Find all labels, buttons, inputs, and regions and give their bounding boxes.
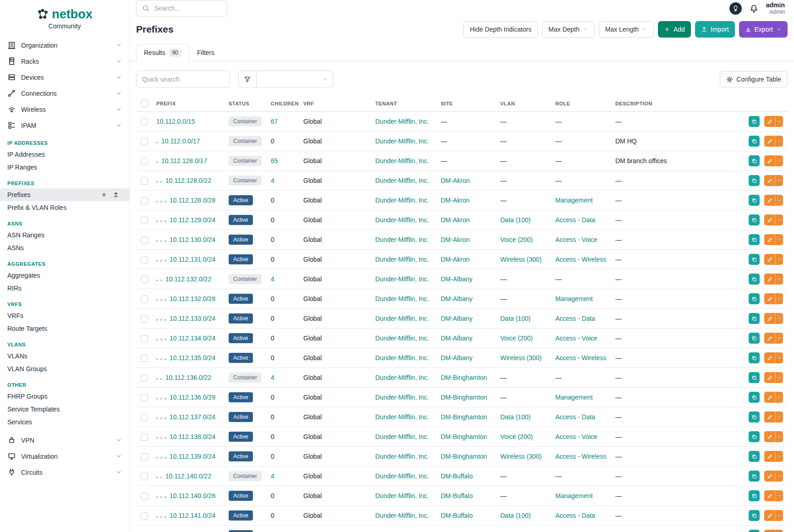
hide-depth-indicators-button[interactable]: Hide Depth Indicators xyxy=(463,21,538,38)
sidebar-item-racks[interactable]: Racks xyxy=(0,53,129,69)
copy-button[interactable] xyxy=(749,490,760,501)
sidebar-item-service-templates[interactable]: Service Templates xyxy=(0,403,129,416)
column-header-prefix[interactable]: PREFIX xyxy=(152,95,224,112)
site-link[interactable]: DM-Binghamton xyxy=(441,413,487,421)
column-header-description[interactable]: DESCRIPTION xyxy=(611,95,673,112)
role-link[interactable]: Management xyxy=(555,394,593,401)
role-link[interactable]: Access - Data xyxy=(555,512,595,519)
row-checkbox[interactable] xyxy=(141,453,148,461)
row-checkbox[interactable] xyxy=(141,355,148,362)
tab-filters[interactable]: Filters xyxy=(189,44,222,61)
children-link[interactable]: 65 xyxy=(271,157,278,165)
edit-button[interactable] xyxy=(764,372,775,383)
row-checkbox[interactable] xyxy=(141,158,148,165)
sidebar-item-ip-ranges[interactable]: IP Ranges xyxy=(0,161,129,174)
vlan-link[interactable]: Wireless (300) xyxy=(500,354,542,362)
sidebar-item-vpn[interactable]: VPN xyxy=(0,432,129,448)
tenant-link[interactable]: Dunder-Mifflin, Inc. xyxy=(375,118,429,125)
edit-button[interactable] xyxy=(764,451,775,462)
children-link[interactable]: 4 xyxy=(271,374,274,381)
edit-button[interactable] xyxy=(764,195,775,206)
site-link[interactable]: DM-Akron xyxy=(441,216,470,224)
tenant-link[interactable]: Dunder-Mifflin, Inc. xyxy=(375,335,429,342)
edit-button[interactable] xyxy=(764,411,775,422)
site-link[interactable]: DM-Binghamton xyxy=(441,433,487,440)
edit-dropdown-button[interactable] xyxy=(775,392,783,403)
edit-dropdown-button[interactable] xyxy=(775,431,783,442)
prefix-link[interactable]: 10.112.133.0/24 xyxy=(170,315,215,322)
edit-dropdown-button[interactable] xyxy=(775,274,783,285)
global-search[interactable] xyxy=(136,0,228,16)
sidebar-item-vrfs[interactable]: VRFs xyxy=(0,309,129,322)
role-link[interactable]: Management xyxy=(555,295,593,302)
sidebar-item-vlan-groups[interactable]: VLAN Groups xyxy=(0,362,129,375)
role-link[interactable]: Access - Voice xyxy=(555,236,597,243)
prefix-link[interactable]: 10.112.136.0/22 xyxy=(165,374,211,381)
quick-add-button[interactable] xyxy=(101,192,107,198)
copy-button[interactable] xyxy=(749,234,760,245)
edit-dropdown-button[interactable] xyxy=(775,451,783,462)
row-checkbox[interactable] xyxy=(141,512,148,520)
add-button[interactable]: Add xyxy=(658,21,691,38)
edit-button[interactable] xyxy=(764,392,775,403)
edit-dropdown-button[interactable] xyxy=(775,471,783,482)
edit-button[interactable] xyxy=(764,274,775,285)
filter-button[interactable] xyxy=(238,71,257,88)
edit-dropdown-button[interactable] xyxy=(775,116,783,127)
role-link[interactable]: Access - Wireless xyxy=(555,453,606,460)
copy-button[interactable] xyxy=(749,195,760,206)
sidebar-item-wireless[interactable]: Wireless xyxy=(0,101,129,117)
prefix-link[interactable]: 10.112.140.0/28 xyxy=(170,492,215,499)
edit-dropdown-button[interactable] xyxy=(775,352,783,363)
prefix-link[interactable]: 10.112.128.0/17 xyxy=(161,157,207,165)
vlan-link[interactable]: Voice (200) xyxy=(500,433,533,440)
edit-dropdown-button[interactable] xyxy=(775,293,783,304)
edit-button[interactable] xyxy=(764,431,775,442)
role-link[interactable]: Access - Data xyxy=(555,413,595,421)
tenant-link[interactable]: Dunder-Mifflin, Inc. xyxy=(375,354,429,362)
edit-dropdown-button[interactable] xyxy=(775,372,783,383)
row-checkbox[interactable] xyxy=(141,296,148,303)
edit-dropdown-button[interactable] xyxy=(775,234,783,245)
vlan-link[interactable]: Data (100) xyxy=(500,512,531,519)
prefix-link[interactable]: 10.112.131.0/24 xyxy=(170,256,215,263)
tenant-link[interactable]: Dunder-Mifflin, Inc. xyxy=(375,472,429,480)
sidebar-item-connections[interactable]: Connections xyxy=(0,85,129,101)
tenant-link[interactable]: Dunder-Mifflin, Inc. xyxy=(375,197,429,204)
column-header-vlan[interactable]: VLAN xyxy=(496,95,551,112)
edit-dropdown-button[interactable] xyxy=(775,155,783,166)
prefix-link[interactable]: 10.112.139.0/24 xyxy=(170,453,215,460)
edit-button[interactable] xyxy=(764,352,775,363)
site-link[interactable]: DM-Binghamton xyxy=(441,453,487,460)
row-checkbox[interactable] xyxy=(141,138,148,145)
edit-dropdown-button[interactable] xyxy=(775,333,783,344)
edit-button[interactable] xyxy=(764,471,775,482)
edit-dropdown-button[interactable] xyxy=(775,530,783,532)
column-header-role[interactable]: ROLE xyxy=(551,95,611,112)
prefix-link[interactable]: 10.112.128.0/22 xyxy=(165,177,211,184)
prefix-link[interactable]: 10.112.128.0/28 xyxy=(170,197,215,204)
sidebar-item-organization[interactable]: Organization xyxy=(0,37,129,53)
site-link[interactable]: DM-Akron xyxy=(441,177,470,184)
vlan-link[interactable]: Data (100) xyxy=(500,413,531,421)
tenant-link[interactable]: Dunder-Mifflin, Inc. xyxy=(375,374,429,381)
row-checkbox[interactable] xyxy=(141,236,148,244)
tenant-link[interactable]: Dunder-Mifflin, Inc. xyxy=(375,177,429,184)
role-link[interactable]: Access - Voice xyxy=(555,433,597,440)
prefix-link[interactable]: 10.112.0.0/15 xyxy=(156,118,195,125)
row-checkbox[interactable] xyxy=(141,256,148,263)
vlan-link[interactable]: Wireless (300) xyxy=(500,453,542,460)
column-header-tenant[interactable]: TENANT xyxy=(371,95,436,112)
copy-button[interactable] xyxy=(749,293,760,304)
copy-button[interactable] xyxy=(749,530,760,532)
site-link[interactable]: DM-Akron xyxy=(441,256,470,263)
max-length-button[interactable]: Max Length xyxy=(599,21,654,38)
row-checkbox[interactable] xyxy=(141,374,148,382)
row-checkbox[interactable] xyxy=(141,433,148,441)
notifications-button[interactable] xyxy=(749,4,759,13)
tenant-link[interactable]: Dunder-Mifflin, Inc. xyxy=(375,295,429,302)
edit-dropdown-button[interactable] xyxy=(775,313,783,324)
row-checkbox[interactable] xyxy=(141,177,148,185)
theme-toggle-button[interactable] xyxy=(729,2,742,15)
tenant-link[interactable]: Dunder-Mifflin, Inc. xyxy=(375,512,429,519)
